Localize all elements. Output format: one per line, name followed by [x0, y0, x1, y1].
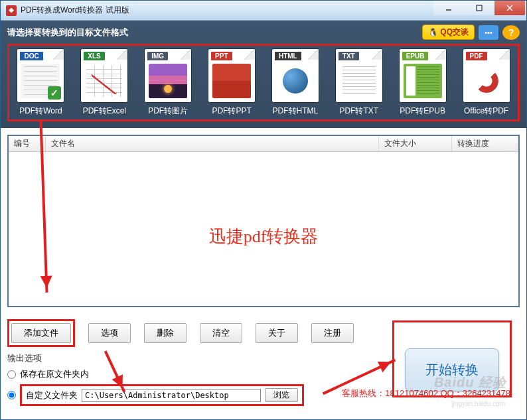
- feedback-button[interactable]: •••: [479, 25, 498, 40]
- options-button[interactable]: 选项: [88, 323, 131, 343]
- delete-button[interactable]: 删除: [144, 323, 187, 343]
- save-original-label: 保存在原文件夹内: [20, 368, 89, 380]
- xls-icon: XLS: [80, 48, 128, 103]
- help-button[interactable]: ?: [502, 25, 520, 40]
- save-original-radio[interactable]: [7, 370, 16, 379]
- doc-icon: DOC✓: [17, 48, 64, 103]
- qq-chat-button[interactable]: QQ交谈: [422, 25, 475, 40]
- epub-icon: EPUB: [399, 48, 447, 103]
- file-list: 编号 文件名 文件大小 转换进度 迅捷pdf转换器: [7, 135, 520, 307]
- format-pdf-to-html[interactable]: HTML PDF转HTML: [267, 48, 325, 117]
- add-file-button[interactable]: 添加文件: [11, 323, 71, 343]
- app-icon: [6, 5, 17, 16]
- svg-rect-1: [477, 5, 482, 11]
- txt-icon: TXT: [335, 48, 383, 103]
- register-button[interactable]: 注册: [311, 323, 354, 343]
- output-path-input[interactable]: [82, 389, 261, 402]
- start-convert-highlight: 开始转换: [392, 320, 512, 397]
- center-annotation: 迅捷pdf转换器: [9, 225, 518, 248]
- custom-folder-label: 自定义文件夹: [26, 389, 78, 401]
- minimize-button[interactable]: [433, 1, 464, 15]
- titlebar: PDF转换成Word转换器 试用版: [1, 1, 526, 21]
- html-icon: HTML: [271, 48, 319, 103]
- list-header: 编号 文件名 文件大小 转换进度: [9, 136, 518, 152]
- format-pdf-to-ppt[interactable]: PPT PDF转PPT: [203, 48, 261, 117]
- hotline-text: 客服热线：18121074602 QQ：3264231478: [342, 387, 510, 399]
- office-pdf-icon: PDF: [463, 48, 510, 103]
- about-button[interactable]: 关于: [256, 323, 298, 343]
- ppt-icon: PPT: [208, 48, 256, 103]
- col-filesize[interactable]: 文件大小: [379, 136, 452, 151]
- format-office-to-pdf[interactable]: PDF Office转PDF: [457, 48, 515, 117]
- start-convert-button[interactable]: 开始转换: [405, 348, 499, 391]
- col-filename[interactable]: 文件名: [46, 136, 379, 151]
- format-toolbar: 请选择要转换到的目标文件格式 QQ交谈 ••• ? DOC✓ PDF转Word …: [1, 21, 526, 128]
- clear-button[interactable]: 清空: [200, 323, 242, 343]
- custom-folder-radio[interactable]: [7, 391, 16, 399]
- maximize-button[interactable]: [464, 1, 494, 15]
- format-pdf-to-txt[interactable]: TXT PDF转TXT: [330, 48, 388, 117]
- img-icon: IMG: [144, 48, 192, 103]
- list-body[interactable]: 迅捷pdf转换器: [9, 152, 518, 309]
- window-title: PDF转换成Word转换器 试用版: [21, 5, 129, 16]
- close-button[interactable]: [494, 1, 525, 15]
- prompt-label: 请选择要转换到的目标文件格式: [7, 27, 128, 38]
- format-row: DOC✓ PDF转Word XLS PDF转Excel IMG PDF转图片 P…: [7, 44, 520, 121]
- window-controls: [433, 1, 525, 15]
- format-pdf-to-word[interactable]: DOC✓ PDF转Word: [12, 48, 70, 117]
- browse-button[interactable]: 浏览: [265, 388, 298, 402]
- format-pdf-to-excel[interactable]: XLS PDF转Excel: [76, 48, 133, 117]
- format-pdf-to-image[interactable]: IMG PDF转图片: [139, 48, 197, 117]
- col-progress[interactable]: 转换进度: [452, 136, 518, 151]
- format-pdf-to-epub[interactable]: EPUB PDF转EPUB: [394, 48, 451, 117]
- app-window: PDF转换成Word转换器 试用版 请选择要转换到的目标文件格式 QQ交谈 ••…: [0, 0, 527, 420]
